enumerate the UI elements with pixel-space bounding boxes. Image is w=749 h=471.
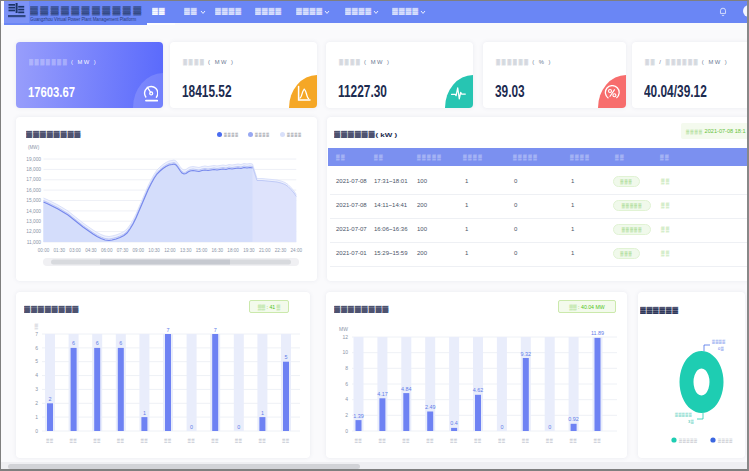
svg-text:▒▒: ▒▒: [546, 438, 554, 443]
svg-text:15:00: 15:00: [196, 248, 208, 253]
svg-text:13,000: 13,000: [26, 219, 41, 224]
svg-text:▒▒: ▒▒: [450, 438, 458, 443]
svg-text:2.49: 2.49: [425, 404, 436, 410]
svg-text:0: 0: [548, 424, 551, 430]
svg-text:11.89: 11.89: [591, 330, 604, 336]
svg-text:07:30: 07:30: [117, 248, 129, 253]
svg-text:▒▒▒▒: ▒▒▒▒: [712, 339, 726, 344]
svg-text:21:00: 21:00: [259, 248, 271, 253]
svg-text:13:30: 13:30: [180, 248, 192, 253]
svg-text:▒▒: ▒▒: [46, 438, 54, 443]
svg-text:▒▒: ▒▒: [426, 438, 434, 443]
svg-text:▒▒: ▒▒: [211, 438, 219, 443]
svg-text:▒▒: ▒▒: [570, 438, 578, 443]
svg-text:▒▒: ▒▒: [522, 438, 530, 443]
svg-text:1: 1: [143, 410, 146, 416]
svg-text:00:00: 00:00: [38, 248, 50, 253]
svg-text:9.32: 9.32: [521, 351, 532, 357]
svg-text:▒▒: ▒▒: [235, 438, 243, 443]
svg-text:17,000: 17,000: [26, 177, 41, 182]
svg-text:4: 4: [35, 372, 38, 378]
svg-text:8: 8: [345, 365, 348, 371]
svg-text:4: 4: [345, 396, 348, 402]
svg-text:▒▒: ▒▒: [259, 438, 267, 443]
svg-text:0: 0: [345, 428, 348, 434]
svg-text:6: 6: [345, 381, 348, 387]
svg-text:▒▒: ▒▒: [594, 438, 602, 443]
svg-text:▒▒▒▒▒: ▒▒▒▒▒: [675, 412, 692, 417]
svg-text:0: 0: [190, 424, 193, 430]
svg-text:19:30: 19:30: [243, 248, 255, 253]
svg-text:10:30: 10:30: [148, 248, 160, 253]
svg-text:0▒: 0▒: [718, 346, 724, 351]
svg-text:5: 5: [285, 354, 288, 360]
svg-text:7: 7: [167, 327, 170, 333]
svg-text:19,000: 19,000: [26, 157, 41, 162]
svg-text:7: 7: [35, 331, 38, 337]
svg-text:6: 6: [35, 345, 38, 351]
svg-text:7: 7: [214, 327, 217, 333]
svg-text:2: 2: [49, 396, 52, 402]
svg-text:3: 3: [35, 386, 38, 392]
svg-text:3▒: 3▒: [688, 419, 694, 424]
svg-text:09:00: 09:00: [133, 248, 145, 253]
svg-text:4.62: 4.62: [473, 387, 484, 393]
svg-text:▒▒: ▒▒: [403, 438, 411, 443]
svg-text:04:30: 04:30: [85, 248, 97, 253]
svg-text:▒▒: ▒▒: [93, 438, 101, 443]
svg-text:03:00: 03:00: [69, 248, 81, 253]
svg-text:18:00: 18:00: [227, 248, 239, 253]
svg-text:01:30: 01:30: [54, 248, 66, 253]
svg-text:5: 5: [35, 358, 38, 364]
svg-text:1.39: 1.39: [353, 413, 364, 419]
svg-text:18,000: 18,000: [26, 167, 41, 172]
svg-text:▒▒: ▒▒: [474, 438, 482, 443]
svg-text:12:00: 12:00: [164, 248, 176, 253]
svg-text:▒▒: ▒▒: [188, 438, 196, 443]
svg-text:▒▒: ▒▒: [282, 438, 290, 443]
svg-text:▒▒▒▒▒: ▒▒▒▒▒: [679, 438, 698, 443]
svg-text:0.92: 0.92: [568, 416, 579, 422]
svg-text:0: 0: [500, 424, 503, 430]
svg-text:14,000: 14,000: [26, 209, 41, 214]
svg-text:▒▒: ▒▒: [164, 438, 172, 443]
svg-text:▒▒: ▒▒: [498, 438, 506, 443]
svg-text:06:00: 06:00: [101, 248, 113, 253]
svg-text:24:00: 24:00: [291, 248, 303, 253]
svg-text:10: 10: [342, 349, 348, 355]
svg-text:11,000: 11,000: [27, 240, 42, 245]
svg-text:2: 2: [35, 400, 38, 406]
svg-text:0: 0: [237, 424, 240, 430]
svg-text:2: 2: [345, 412, 348, 418]
svg-text:▒▒: ▒▒: [70, 438, 78, 443]
svg-text:4.17: 4.17: [377, 391, 388, 397]
svg-text:4.84: 4.84: [401, 386, 412, 392]
svg-text:▒▒: ▒▒: [117, 438, 125, 443]
svg-text:1: 1: [35, 414, 38, 420]
svg-text:12,000: 12,000: [26, 229, 41, 234]
svg-text:6: 6: [72, 340, 75, 346]
svg-text:12: 12: [342, 334, 348, 340]
svg-text:1: 1: [261, 410, 264, 416]
svg-text:6: 6: [119, 340, 122, 346]
svg-text:▒: ▒: [34, 323, 38, 330]
svg-text:16,000: 16,000: [26, 188, 41, 193]
svg-text:▒▒▒▒: ▒▒▒▒: [718, 438, 733, 443]
svg-text:22:30: 22:30: [275, 248, 287, 253]
svg-text:▒▒: ▒▒: [379, 438, 387, 443]
svg-text:15,000: 15,000: [26, 198, 41, 203]
svg-text:▒▒: ▒▒: [355, 438, 363, 443]
svg-text:0: 0: [35, 428, 38, 434]
svg-text:MW: MW: [339, 326, 348, 332]
svg-text:0.4: 0.4: [450, 420, 458, 426]
svg-text:▒▒: ▒▒: [141, 438, 149, 443]
svg-text:6: 6: [96, 340, 99, 346]
svg-text:16:30: 16:30: [212, 248, 224, 253]
